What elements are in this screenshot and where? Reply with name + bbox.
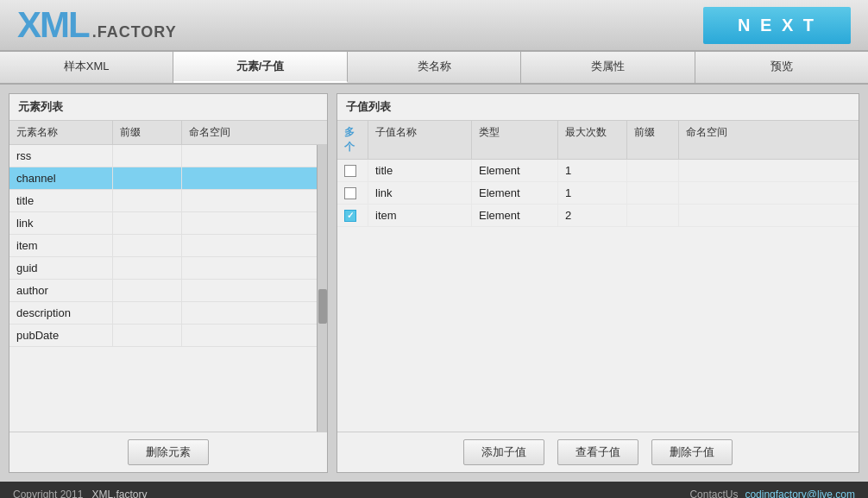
left-cell-name: link xyxy=(9,212,113,234)
left-cell-name: description xyxy=(9,302,113,324)
left-cell-prefix xyxy=(113,235,182,256)
left-cell-prefix xyxy=(113,212,182,234)
main-content: 元素列表 元素名称 前缀 命名空间 rss channel title link… xyxy=(0,85,868,482)
right-col-header-ns: 命名空间 xyxy=(679,121,859,159)
right-cell-type: Element xyxy=(472,205,558,226)
left-table-row[interactable]: description xyxy=(9,302,317,325)
right-table-body: title Element 1 link Element 1 item Elem… xyxy=(337,160,859,432)
right-col-header-type: 类型 xyxy=(472,121,558,159)
left-cell-name: pubDate xyxy=(9,325,113,346)
tab-class-name[interactable]: 类名称 xyxy=(348,52,521,83)
left-panel: 元素列表 元素名称 前缀 命名空间 rss channel title link… xyxy=(9,93,328,473)
left-table-row[interactable]: rss xyxy=(9,145,317,167)
right-col-header-max: 最大次数 xyxy=(558,121,627,159)
contact-label: ContactUs xyxy=(689,489,738,498)
right-cell-ns xyxy=(679,182,859,204)
tab-sample-xml[interactable]: 样本XML xyxy=(0,52,173,83)
copyright-text: Copyright 2011 xyxy=(13,489,83,498)
left-col-header-prefix: 前缀 xyxy=(113,121,182,144)
tab-element-child[interactable]: 元素/子值 xyxy=(173,52,347,83)
left-cell-ns xyxy=(182,190,317,211)
right-cell-ns xyxy=(679,205,859,226)
right-cell-check[interactable] xyxy=(337,160,368,181)
left-table-body: rss channel title link item guid author … xyxy=(9,145,327,432)
right-cell-ns xyxy=(679,160,859,181)
left-cell-name: title xyxy=(9,190,113,211)
right-cell-check[interactable] xyxy=(337,182,368,204)
tab-bar: 样本XML 元素/子值 类名称 类属性 预览 xyxy=(0,52,868,85)
right-table-row[interactable]: title Element 1 xyxy=(337,160,859,182)
left-cell-name: item xyxy=(9,235,113,256)
child-checkbox[interactable] xyxy=(344,187,356,199)
right-table-header: 多个 子值名称 类型 最大次数 前缀 命名空间 xyxy=(337,121,859,160)
left-scrollbar-thumb[interactable] xyxy=(318,289,327,324)
right-panel: 子值列表 多个 子值名称 类型 最大次数 前缀 命名空间 title Eleme… xyxy=(337,93,859,473)
left-cell-prefix xyxy=(113,167,182,189)
left-cell-ns xyxy=(182,167,317,189)
right-table-row[interactable]: item Element 2 xyxy=(337,205,859,227)
right-cell-prefix xyxy=(627,205,679,226)
left-cell-ns xyxy=(182,280,317,301)
left-col-header-name: 元素名称 xyxy=(9,121,113,144)
left-table-row[interactable]: link xyxy=(9,212,317,235)
right-col-header-name: 子值名称 xyxy=(368,121,472,159)
footer-left: Copyright 2011 XML.factory xyxy=(13,489,147,498)
right-cell-type: Element xyxy=(472,182,558,204)
left-cell-ns xyxy=(182,145,317,167)
logo: XML .FACTORY xyxy=(17,4,177,46)
left-table-row[interactable]: channel xyxy=(9,167,317,190)
right-cell-max: 2 xyxy=(558,205,627,226)
right-table-row[interactable]: link Element 1 xyxy=(337,182,859,205)
right-cell-prefix xyxy=(627,182,679,204)
left-cell-prefix xyxy=(113,302,182,324)
right-cell-check[interactable] xyxy=(337,205,368,226)
logo-factory: .FACTORY xyxy=(92,23,177,41)
company-name: XML.factory xyxy=(91,489,147,498)
left-table-row[interactable]: title xyxy=(9,190,317,212)
tab-class-property[interactable]: 类属性 xyxy=(521,52,695,83)
right-cell-prefix xyxy=(627,160,679,181)
logo-xml: XML xyxy=(17,4,89,46)
left-cell-name: channel xyxy=(9,167,113,189)
right-col-header-multiple: 多个 xyxy=(337,121,368,159)
right-cell-name: item xyxy=(368,205,472,226)
left-panel-footer: 删除元素 xyxy=(9,432,327,472)
right-cell-type: Element xyxy=(472,160,558,181)
delete-child-button[interactable]: 删除子值 xyxy=(651,439,733,465)
left-scrollbar[interactable] xyxy=(317,145,327,432)
delete-element-button[interactable]: 删除元素 xyxy=(128,439,209,465)
right-panel-footer: 添加子值 查看子值 删除子值 xyxy=(337,432,859,472)
left-cell-prefix xyxy=(113,325,182,346)
right-col-header-prefix: 前缀 xyxy=(627,121,679,159)
left-cell-prefix xyxy=(113,190,182,211)
tab-preview[interactable]: 预览 xyxy=(695,52,868,83)
left-cell-ns xyxy=(182,302,317,324)
right-cell-max: 1 xyxy=(558,182,627,204)
left-cell-prefix xyxy=(113,257,182,279)
left-cell-name: guid xyxy=(9,257,113,279)
child-checkbox[interactable] xyxy=(344,210,356,222)
right-cell-name: link xyxy=(368,182,472,204)
left-table-row[interactable]: pubDate xyxy=(9,325,317,347)
contact-email[interactable]: codingfactory@live.com xyxy=(745,489,855,498)
right-cell-name: title xyxy=(368,160,472,181)
next-button[interactable]: N E X T xyxy=(703,7,851,44)
view-child-button[interactable]: 查看子值 xyxy=(557,439,638,465)
left-cell-ns xyxy=(182,235,317,256)
left-cell-prefix xyxy=(113,280,182,301)
footer-right: ContactUs codingfactory@live.com xyxy=(689,489,855,498)
left-cell-ns xyxy=(182,212,317,234)
header: XML .FACTORY N E X T xyxy=(0,0,868,52)
left-table-header: 元素名称 前缀 命名空间 xyxy=(9,121,327,145)
left-table-row[interactable]: author xyxy=(9,280,317,302)
left-cell-name: author xyxy=(9,280,113,301)
right-panel-title: 子值列表 xyxy=(337,94,859,121)
left-cell-ns xyxy=(182,257,317,279)
child-checkbox[interactable] xyxy=(344,165,356,177)
left-table-row[interactable]: item xyxy=(9,235,317,257)
left-panel-title: 元素列表 xyxy=(9,94,327,121)
add-child-button[interactable]: 添加子值 xyxy=(463,439,544,465)
left-table-row[interactable]: guid xyxy=(9,257,317,280)
left-cell-prefix xyxy=(113,145,182,167)
left-cell-name: rss xyxy=(9,145,113,167)
